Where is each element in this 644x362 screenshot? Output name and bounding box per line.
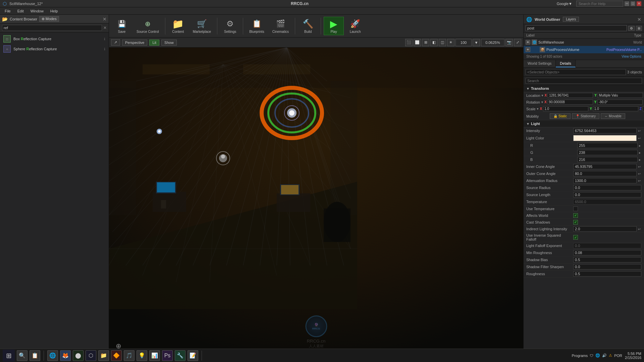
asset-search-input[interactable] (2, 25, 102, 31)
temperature-input[interactable] (573, 199, 641, 204)
taskbar-misc1[interactable]: 🎵 (124, 350, 135, 361)
attenuation-input[interactable] (573, 178, 637, 183)
list-item[interactable]: ○ Sphere Reflection Capture ℹ (1, 44, 107, 54)
taskbar-misc5[interactable]: 📝 (187, 350, 198, 361)
source-radius-input[interactable] (573, 185, 641, 190)
outliner-row-world[interactable]: 👁 🌐 ScifiWarehouse World (524, 39, 644, 46)
r-input[interactable] (577, 143, 638, 148)
location-dropdown[interactable]: ▼ (541, 94, 544, 97)
roughness-input[interactable] (573, 271, 641, 277)
rotation-y-input[interactable] (597, 100, 643, 105)
settings-button[interactable]: ⚙ Settings (220, 17, 240, 35)
build-button[interactable]: 🔨 Build (298, 17, 318, 35)
movable-button[interactable]: ↔ Movable (601, 113, 625, 119)
search-clear-button[interactable]: ✕ (103, 25, 107, 30)
lit-button[interactable]: Lit (149, 40, 159, 46)
maximize-viewport[interactable]: ⤢ (514, 39, 521, 46)
taskbar-browser-ie[interactable]: 🌐 (47, 350, 58, 361)
outliner-search-input[interactable] (526, 25, 627, 31)
location-x-input[interactable] (548, 93, 593, 98)
shadow-filter-input[interactable] (573, 264, 641, 269)
start-button[interactable]: ⊞ (3, 350, 15, 362)
intensity-reset[interactable]: ↩ (637, 129, 641, 133)
inverse-squared-checkbox[interactable] (573, 235, 578, 240)
scale-dropdown[interactable]: ▼ (536, 107, 539, 111)
view-options-link[interactable]: View Options (622, 55, 641, 58)
scale-y-input[interactable] (593, 106, 638, 111)
light-section-header[interactable]: ▼ Light (524, 120, 644, 127)
launch-button[interactable]: 🚀 Launch (345, 17, 365, 35)
close-panel-button[interactable]: ✕ (103, 16, 107, 22)
location-y-input[interactable] (598, 93, 643, 98)
modes-button[interactable]: ⊕ Modes (39, 16, 59, 22)
save-button[interactable]: 💾 Save (112, 17, 132, 35)
taskbar-search[interactable]: 🔍 (17, 350, 28, 361)
taskbar-apps[interactable]: 📋 (30, 350, 40, 361)
outliner-close[interactable]: ✕ (637, 17, 641, 22)
source-length-input[interactable] (573, 192, 641, 197)
light-color-expand[interactable]: ↩ (637, 136, 641, 140)
visibility-toggle[interactable]: 👁 (526, 40, 530, 45)
content-button[interactable]: 📁 Content (168, 17, 188, 35)
g-input[interactable] (577, 150, 638, 155)
rotation-dropdown[interactable]: ▼ (541, 101, 544, 104)
help-search[interactable] (576, 1, 623, 7)
tab-details[interactable]: Details (556, 60, 576, 67)
menu-edit[interactable]: Edit (14, 8, 27, 14)
outer-cone-input[interactable] (573, 171, 637, 176)
indirect-intensity-input[interactable] (573, 226, 637, 232)
intensity-input[interactable] (573, 128, 637, 133)
stationary-button[interactable]: 📍 Stationary (572, 113, 599, 119)
source-control-button[interactable]: ⊕ Source Control (133, 17, 162, 35)
render-mode-2[interactable]: ⬜ (414, 39, 421, 46)
falloff-input[interactable] (573, 243, 641, 248)
perspective-button[interactable]: Perspective (122, 40, 147, 46)
affects-world-checkbox[interactable] (573, 213, 578, 218)
cast-shadows-checkbox[interactable] (573, 220, 578, 225)
scale-x-input[interactable] (543, 106, 588, 111)
camera-speed[interactable]: 📷 (505, 39, 513, 46)
list-item[interactable]: □ Box Reflection Capture ℹ (1, 34, 107, 44)
b-input[interactable] (577, 157, 638, 162)
indirect-intensity-reset[interactable]: ↩ (637, 227, 641, 231)
outliner-grid-button[interactable]: ⊞ (636, 26, 642, 31)
transform-mode-button[interactable]: ↗ (111, 39, 120, 46)
min-roughness-input[interactable] (573, 250, 641, 255)
taskbar-ps[interactable]: Ps (162, 350, 173, 361)
g-arrow[interactable]: ▸ (638, 151, 641, 155)
taskbar-vlc[interactable]: 🔶 (111, 350, 122, 361)
viewport[interactable]: Level: ScifiWarehouse (Persistent) ⊕ 🔮RR… (109, 48, 523, 362)
render-mode-3[interactable]: ⊞ (422, 39, 429, 46)
render-mode-1[interactable]: ⬛ (405, 39, 413, 46)
shadow-bias-input[interactable] (573, 257, 641, 262)
outliner-row-postprocess[interactable]: 👁 📦 PostProcessVolume PostProcessVolume … (524, 46, 644, 53)
selected-objects-input[interactable] (526, 69, 626, 75)
b-arrow[interactable]: ▸ (638, 158, 641, 162)
cinematics-button[interactable]: 🎬 Cinematics (269, 17, 292, 35)
google-btn[interactable]: Google▼ (557, 2, 572, 6)
menu-help[interactable]: Help (47, 8, 61, 14)
light-color-swatch[interactable] (573, 135, 637, 141)
taskbar-misc2[interactable]: 💡 (137, 350, 147, 361)
transform-section-header[interactable]: ▼ Transform (524, 85, 644, 92)
layers-button[interactable]: Layers (563, 17, 579, 22)
blueprints-button[interactable]: 📋 Blueprints (246, 17, 267, 35)
scale-z-input[interactable] (643, 106, 644, 111)
use-temperature-checkbox[interactable] (573, 206, 578, 211)
static-button[interactable]: 🔒 Static (550, 113, 571, 119)
outer-cone-reset[interactable]: ↩ (637, 172, 641, 176)
maximize-button[interactable]: □ (631, 1, 635, 6)
zoom-down[interactable]: ▼ (473, 39, 480, 46)
taskbar-browser-ff[interactable]: 🦊 (60, 350, 71, 361)
render-mode-6[interactable]: ☀ (447, 39, 454, 46)
taskbar-misc3[interactable]: 📊 (149, 350, 160, 361)
inner-cone-reset[interactable]: ↩ (637, 165, 641, 169)
attenuation-reset[interactable]: ↩ (637, 179, 641, 183)
marketplace-button[interactable]: 🛒 Marketplace (190, 17, 214, 35)
taskbar-files[interactable]: 📁 (98, 350, 109, 361)
taskbar-misc4[interactable]: 🔧 (175, 350, 185, 361)
close-button[interactable]: ✕ (637, 1, 641, 6)
inner-cone-input[interactable] (573, 164, 637, 169)
outliner-settings-button[interactable]: ⚙ (628, 26, 635, 31)
details-search-input[interactable] (526, 78, 642, 84)
